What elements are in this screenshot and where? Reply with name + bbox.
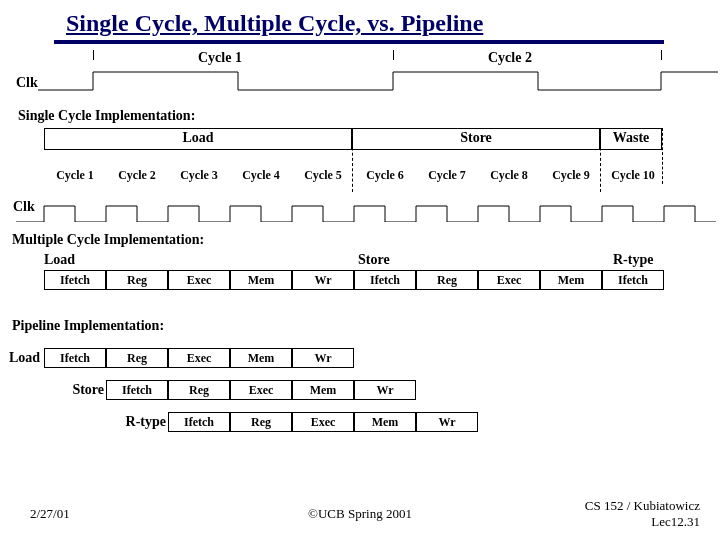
pl-store-stage-1: Reg [168, 380, 230, 400]
pl-load-stage-4: Wr [292, 348, 354, 368]
cycle-label-5: Cycle 5 [292, 168, 354, 183]
mc-stage-2: Exec [168, 270, 230, 290]
clk-label-1: Clk [16, 75, 38, 91]
clock-wave-multi [16, 194, 716, 222]
cycle-label-2: Cycle 2 [106, 168, 168, 183]
mc-stage-9: Ifetch [602, 270, 664, 290]
mc-stage-1: Reg [106, 270, 168, 290]
multi-cycle-load-label: Load [44, 252, 75, 268]
multi-cycle-rtype-label: R-type [613, 252, 653, 268]
pl-rtype-stage-4: Wr [416, 412, 478, 432]
cycle-label-6: Cycle 6 [354, 168, 416, 183]
pipeline-store-label: Store [66, 382, 104, 398]
cycle-label-9: Cycle 9 [540, 168, 602, 183]
pl-rtype-stage-1: Reg [230, 412, 292, 432]
load-label: Load [44, 130, 352, 146]
mc-stage-6: Reg [416, 270, 478, 290]
pl-load-stage-2: Exec [168, 348, 230, 368]
mc-stage-5: Ifetch [354, 270, 416, 290]
clock-wave-single [38, 50, 718, 100]
pipeline-load-label: Load [6, 350, 40, 366]
cycle-label-7: Cycle 7 [416, 168, 478, 183]
single-cycle-heading: Single Cycle Implementation: [18, 108, 195, 124]
mc-stage-7: Exec [478, 270, 540, 290]
waste-label: Waste [600, 130, 662, 146]
mc-stage-0: Ifetch [44, 270, 106, 290]
cycle-label-8: Cycle 8 [478, 168, 540, 183]
footer-course-text: CS 152 / Kubiatowicz [585, 498, 700, 513]
footer-lec-text: Lec12.31 [651, 514, 700, 529]
pl-store-stage-0: Ifetch [106, 380, 168, 400]
multi-cycle-heading: Multiple Cycle Implementation: [12, 232, 204, 248]
slide-title: Single Cycle, Multiple Cycle, vs. Pipeli… [66, 10, 483, 37]
multi-cycle-store-label: Store [358, 252, 390, 268]
pl-load-stage-3: Mem [230, 348, 292, 368]
mc-stage-4: Wr [292, 270, 354, 290]
cycle-label-3: Cycle 3 [168, 168, 230, 183]
pl-rtype-stage-0: Ifetch [168, 412, 230, 432]
pl-store-stage-3: Mem [292, 380, 354, 400]
pl-rtype-stage-3: Mem [354, 412, 416, 432]
pl-store-stage-2: Exec [230, 380, 292, 400]
pl-store-stage-4: Wr [354, 380, 416, 400]
footer-course: CS 152 / Kubiatowicz Lec12.31 [585, 498, 700, 530]
mc-stage-8: Mem [540, 270, 602, 290]
pl-load-stage-0: Ifetch [44, 348, 106, 368]
title-underline [54, 40, 664, 44]
cycle-label-10: Cycle 10 [602, 168, 664, 183]
dash-5 [352, 132, 353, 192]
mc-stage-3: Mem [230, 270, 292, 290]
dash-9 [600, 132, 601, 192]
pl-load-stage-1: Reg [106, 348, 168, 368]
pl-rtype-stage-2: Exec [292, 412, 354, 432]
cycle-label-4: Cycle 4 [230, 168, 292, 183]
multi-cycle-row: IfetchRegExecMemWrIfetchRegExecMemIfetch [44, 270, 664, 290]
cycle-label-1: Cycle 1 [44, 168, 106, 183]
pipeline-rtype-label: R-type [120, 414, 166, 430]
pipeline-heading: Pipeline Implementation: [12, 318, 164, 334]
store-label: Store [352, 130, 600, 146]
